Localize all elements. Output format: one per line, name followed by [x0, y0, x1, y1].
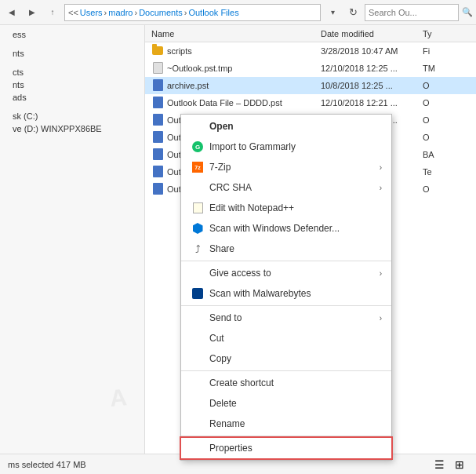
pst-icon — [151, 166, 164, 178]
pst-icon — [151, 97, 164, 109]
breadcrumb-users[interactable]: Users — [80, 8, 103, 17]
notepad-icon — [191, 201, 205, 215]
file-type: O — [423, 115, 470, 125]
file-name: Outlook Data File – DDDD.pst — [167, 98, 321, 108]
menu-item-crc[interactable]: CRC SHA › — [181, 177, 391, 198]
file-type: TM — [423, 64, 470, 73]
pst-icon — [151, 131, 164, 144]
menu-item-7zip[interactable]: 7z 7-Zip › — [181, 157, 391, 177]
column-type: Ty — [423, 29, 470, 38]
submenu-arrow: › — [380, 163, 382, 172]
open-icon — [191, 119, 205, 133]
menu-item-notepad[interactable]: Edit with Notepad++ — [181, 198, 391, 218]
copy-icon — [191, 352, 205, 366]
file-date: 12/10/2018 12:25 ... — [321, 64, 423, 73]
context-menu: Open G Import to Grammarly 7z 7-Zip › CR… — [180, 114, 392, 461]
pst-icon — [151, 148, 164, 161]
column-name[interactable]: Name — [151, 29, 321, 38]
sidebar-item-disk-d[interactable]: ve (D:) WINXPPX86BE — [0, 122, 144, 135]
list-view-button[interactable]: ☰ — [431, 457, 448, 472]
status-selection-info: ms selected 417 MB — [8, 460, 86, 469]
file-date: 12/10/2018 12:21 ... — [321, 98, 423, 108]
breadcrumb-outlook-files[interactable]: Outlook Files — [188, 8, 238, 17]
view-controls: ☰ ⊞ — [431, 457, 468, 472]
crc-icon — [191, 180, 205, 195]
sidebar-item-disk-c[interactable]: sk (C:) — [0, 110, 144, 122]
pst-icon — [151, 114, 164, 126]
file-date: 3/28/2018 10:47 AM — [321, 46, 423, 56]
sendto-icon — [191, 311, 205, 325]
delete-icon — [191, 396, 205, 410]
menu-item-share[interactable]: ⤴ Share — [181, 239, 391, 259]
menu-item-send-to[interactable]: Send to › — [181, 308, 391, 328]
menu-item-malwarebytes[interactable]: Scan with Malwarebytes — [181, 283, 391, 304]
breadcrumb-documents[interactable]: Documents — [139, 8, 183, 17]
submenu-arrow: › — [380, 314, 382, 323]
file-type: O — [423, 133, 470, 142]
file-type: O — [423, 98, 470, 108]
file-date: 10/8/2018 12:25 ... — [321, 81, 423, 90]
defender-icon — [191, 221, 205, 235]
tmp-icon — [151, 62, 164, 75]
explorer-window: ◀ ▶ ↑ << Users › madro › Documents › Out… — [0, 0, 476, 474]
menu-item-rename[interactable]: Rename — [181, 414, 391, 434]
file-name: archive.pst — [167, 81, 321, 90]
menu-item-give-access[interactable]: Give access to › — [181, 263, 391, 283]
table-row[interactable]: archive.pst 10/8/2018 12:25 ... O — [145, 77, 476, 94]
file-type: BA — [423, 150, 470, 159]
menu-item-copy[interactable]: Copy — [181, 348, 391, 369]
grammarly-icon: G — [191, 140, 205, 154]
menu-separator — [181, 370, 391, 371]
sidebar-item-4[interactable]: ads — [0, 91, 144, 104]
pst-icon — [151, 79, 164, 92]
menu-item-properties[interactable]: Properties — [181, 438, 391, 458]
table-row[interactable]: Outlook Data File – DDDD.pst 12/10/2018 … — [145, 94, 476, 111]
7zip-icon: 7z — [191, 160, 205, 174]
sidebar-item-2[interactable]: cts — [0, 66, 144, 78]
access-icon — [191, 266, 205, 280]
menu-separator — [181, 261, 391, 261]
menu-item-create-shortcut[interactable]: Create shortcut — [181, 373, 391, 393]
file-type: O — [423, 184, 470, 194]
folder-icon — [151, 45, 164, 57]
submenu-arrow: › — [380, 184, 382, 192]
file-type: O — [423, 81, 470, 90]
breadcrumb: << Users › madro › Documents › Outlook F… — [64, 4, 321, 21]
up-button[interactable]: ↑ — [44, 4, 61, 21]
menu-item-grammarly[interactable]: G Import to Grammarly — [181, 137, 391, 157]
breadcrumb-madro[interactable]: madro — [108, 8, 133, 17]
menu-item-defender[interactable]: Scan with Windows Defender... — [181, 218, 391, 239]
sidebar: ess nts cts nts ads sk (C:) ve (D:) WINX… — [0, 25, 145, 454]
menu-separator — [181, 305, 391, 306]
shortcut-icon — [191, 376, 205, 390]
menu-item-open[interactable]: Open — [181, 116, 391, 137]
rename-icon — [191, 417, 205, 431]
file-name: scripts — [167, 46, 321, 56]
search-input[interactable] — [365, 4, 459, 21]
file-type: Te — [423, 167, 470, 177]
cut-icon — [191, 331, 205, 345]
menu-item-cut[interactable]: Cut — [181, 328, 391, 348]
file-type: Fi — [423, 46, 470, 56]
share-icon: ⤴ — [191, 242, 205, 256]
menu-item-delete[interactable]: Delete — [181, 393, 391, 414]
table-row[interactable]: ~Outlook.pst.tmp 12/10/2018 12:25 ... TM — [145, 60, 476, 77]
table-row[interactable]: scripts 3/28/2018 10:47 AM Fi — [145, 42, 476, 60]
back-button[interactable]: ◀ — [3, 4, 20, 21]
sidebar-item-0[interactable]: ess — [0, 28, 144, 41]
sidebar-item-3[interactable]: nts — [0, 78, 144, 91]
file-name: ~Outlook.pst.tmp — [167, 64, 321, 73]
pst-icon — [151, 183, 164, 195]
detail-view-button[interactable]: ⊞ — [451, 457, 468, 472]
search-icon: 🔍 — [462, 7, 473, 17]
file-list-header: Name Date modified Ty — [145, 25, 476, 42]
malwarebytes-icon — [191, 286, 205, 301]
menu-separator — [181, 436, 391, 436]
sidebar-item-1[interactable]: nts — [0, 47, 144, 60]
properties-icon — [191, 441, 205, 455]
refresh-button[interactable]: ↻ — [344, 4, 362, 21]
submenu-arrow: › — [380, 269, 382, 278]
dropdown-button[interactable]: ▾ — [324, 4, 341, 21]
forward-button[interactable]: ▶ — [24, 4, 41, 21]
column-date: Date modified — [321, 29, 423, 38]
